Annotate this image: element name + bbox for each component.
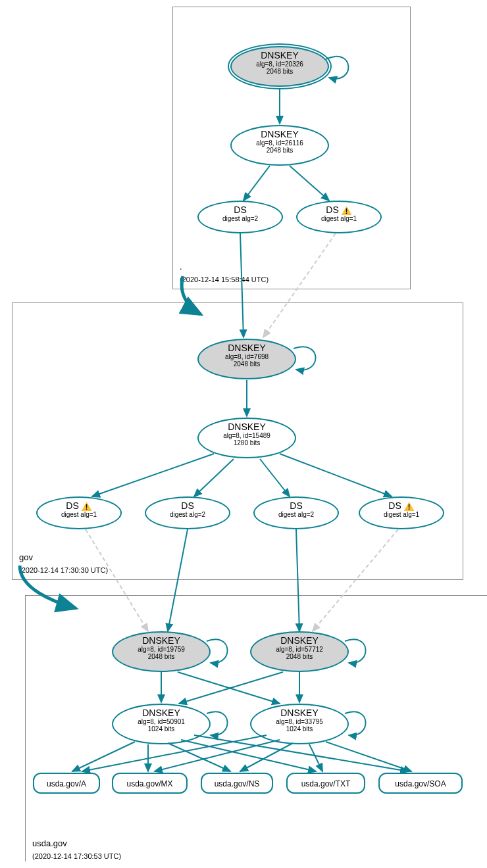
ds-node-warn: DS ! digest alg=1: [359, 496, 444, 529]
node-title: DS: [153, 500, 222, 511]
node-title: DNSKEY: [258, 708, 341, 718]
node-sub: 1024 bits: [258, 725, 341, 733]
dnskey-node: DNSKEY alg=8, id=19759 2048 bits: [112, 631, 211, 672]
node-sub: 2048 bits: [120, 653, 203, 660]
ds-node-warn: DS ! digest alg=1: [296, 201, 382, 233]
node-title: DNSKEY: [205, 422, 288, 432]
ds-title: DS: [66, 500, 78, 511]
rr-node: usda.gov/A: [33, 773, 100, 794]
node-sub: alg=8, id=33795: [258, 718, 341, 725]
node-sub: 1024 bits: [120, 725, 203, 733]
dnskey-node: DNSKEY alg=8, id=57712 2048 bits: [250, 631, 349, 672]
node-sub: digest alg=1: [367, 511, 436, 518]
node-sub: digest alg=2: [261, 511, 331, 518]
node-title: DS !: [304, 205, 374, 215]
node-sub: alg=8, id=26116: [238, 139, 321, 147]
ds-title: DS: [326, 205, 338, 215]
node-sub: 2048 bits: [205, 360, 288, 368]
ds-title: DS: [388, 500, 401, 511]
node-sub: alg=8, id=15489: [205, 432, 288, 439]
ds-node: DS digest alg=2: [197, 201, 283, 233]
warning-icon: !: [342, 206, 352, 215]
node-title: DNSKEY: [120, 635, 203, 646]
dnskey-node: DNSKEY alg=8, id=26116 2048 bits: [230, 125, 329, 166]
rr-label: usda.gov/A: [47, 779, 86, 788]
zone-usda-timestamp: (2020-12-14 17:30:53 UTC): [32, 852, 121, 860]
rr-label: usda.gov/SOA: [395, 779, 446, 788]
dnskey-node: DNSKEY alg=8, id=33795 1024 bits: [250, 704, 349, 744]
node-sub: alg=8, id=50901: [120, 718, 203, 725]
node-title: DS: [261, 500, 331, 511]
node-sub: alg=8, id=20326: [238, 60, 321, 68]
node-sub: alg=8, id=19759: [120, 646, 203, 653]
ds-node-warn: DS ! digest alg=1: [36, 496, 122, 529]
rr-node: usda.gov/MX: [112, 773, 188, 794]
ds-node: DS digest alg=2: [145, 496, 230, 529]
rr-node: usda.gov/SOA: [378, 773, 463, 794]
node-title: DS !: [44, 500, 114, 511]
node-sub: 2048 bits: [258, 653, 341, 660]
zone-gov-label: gov: [19, 552, 33, 562]
node-title: DNSKEY: [238, 129, 321, 139]
rr-label: usda.gov/TXT: [301, 779, 351, 788]
node-title: DNSKEY: [120, 708, 203, 718]
node-sub: 2048 bits: [238, 147, 321, 154]
zone-root-timestamp: (2020-12-14 15:58:44 UTC): [180, 276, 269, 283]
node-title: DNSKEY: [205, 343, 288, 353]
zone-gov-timestamp: (2020-12-14 17:30:30 UTC): [19, 566, 108, 574]
rr-label: usda.gov/NS: [215, 779, 260, 788]
node-sub: digest alg=2: [205, 215, 275, 222]
dnskey-node: DNSKEY alg=8, id=7698 2048 bits: [197, 339, 296, 379]
dnskey-node: DNSKEY alg=8, id=50901 1024 bits: [112, 704, 211, 744]
warning-icon: !: [404, 502, 415, 511]
node-sub: 2048 bits: [238, 68, 321, 75]
ds-node: DS digest alg=2: [253, 496, 339, 529]
node-sub: 1280 bits: [205, 439, 288, 446]
node-title: DS: [205, 205, 275, 215]
node-sub: alg=8, id=7698: [205, 353, 288, 360]
node-sub: digest alg=2: [153, 511, 222, 518]
node-sub: alg=8, id=57712: [258, 646, 341, 653]
zone-usda-label: usda.gov: [32, 838, 67, 848]
node-sub: digest alg=1: [44, 511, 114, 518]
warning-icon: !: [82, 502, 92, 511]
dnskey-node: DNSKEY alg=8, id=20326 2048 bits: [230, 46, 329, 87]
node-sub: digest alg=1: [304, 215, 374, 222]
rr-node: usda.gov/TXT: [286, 773, 365, 794]
node-title: DNSKEY: [238, 50, 321, 60]
node-title: DNSKEY: [258, 635, 341, 646]
rr-node: usda.gov/NS: [201, 773, 273, 794]
dnskey-node: DNSKEY alg=8, id=15489 1280 bits: [197, 418, 296, 458]
node-title: DS !: [367, 500, 436, 511]
zone-root-label: .: [180, 262, 182, 272]
rr-label: usda.gov/MX: [126, 779, 172, 788]
